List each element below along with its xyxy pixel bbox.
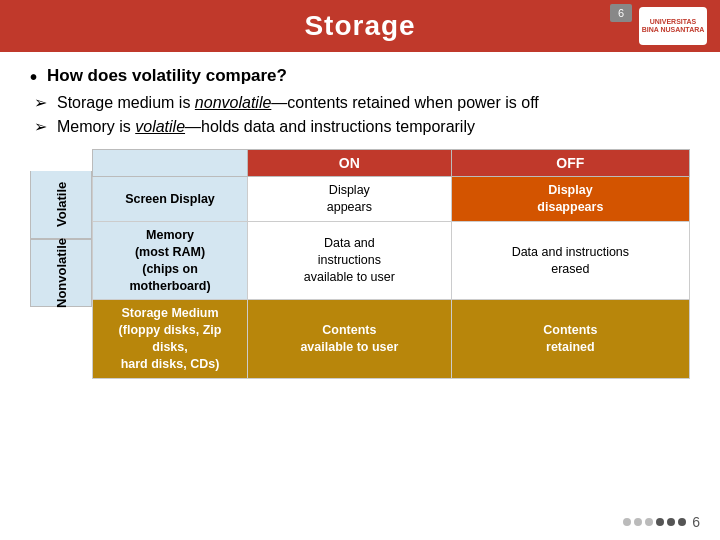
bottom-right-area: 6 <box>623 514 700 530</box>
row-label-memory: Memory(most RAM)(chips on motherboard) <box>93 221 248 300</box>
table-header-row: ON OFF <box>93 150 690 177</box>
th-off: OFF <box>451 150 689 177</box>
row-label-storage: Storage Medium(floppy disks, Zip disks,h… <box>93 300 248 379</box>
cell-memory-off: Data and instructionserased <box>451 221 689 300</box>
bullet-text-2: Memory is volatile—holds data and instru… <box>57 116 690 138</box>
deco-dot-1 <box>623 518 631 526</box>
cell-memory-on: Data andinstructionsavailable to user <box>248 221 452 300</box>
deco-dots <box>623 518 686 526</box>
arrow-icon-2: ➢ <box>34 117 47 136</box>
bullet-main: • How does volatility compare? <box>30 66 690 88</box>
table-wrapper: Volatile Nonvolatile ON OFF <box>30 145 690 379</box>
logo-box: UNIVERSITAS BINA NUSANTARA <box>639 7 707 45</box>
logo-text: UNIVERSITAS BINA NUSANTARA <box>642 18 705 35</box>
cell-screen-off: Displaydisappears <box>451 177 689 222</box>
slide-number-bottom: 6 <box>692 514 700 530</box>
bullet-dot: • <box>30 66 37 88</box>
bullet-text-1: Storage medium is nonvolatile—contents r… <box>57 92 690 114</box>
cell-screen-on: Displayappears <box>248 177 452 222</box>
deco-dot-2 <box>634 518 642 526</box>
header-bar: Storage UNIVERSITAS BINA NUSANTARA 6 <box>0 0 720 52</box>
slide: Storage UNIVERSITAS BINA NUSANTARA 6 • H… <box>0 0 720 540</box>
content-area: • How does volatility compare? ➢ Storage… <box>0 52 720 387</box>
slide-title: Storage <box>304 10 415 42</box>
side-label-volatile: Volatile <box>30 171 92 239</box>
bullet-item-2: ➢ Memory is volatile—holds data and inst… <box>30 116 690 138</box>
table-row-storage: Storage Medium(floppy disks, Zip disks,h… <box>93 300 690 379</box>
cell-storage-off: Contentsretained <box>451 300 689 379</box>
side-labels-col: Volatile Nonvolatile <box>30 145 92 379</box>
deco-dot-6 <box>678 518 686 526</box>
side-header-spacer <box>30 145 92 171</box>
deco-dot-4 <box>656 518 664 526</box>
arrow-icon-1: ➢ <box>34 93 47 112</box>
bullet-section: • How does volatility compare? ➢ Storage… <box>30 66 690 137</box>
main-table: ON OFF Screen Display Displayappears Dis… <box>92 149 690 379</box>
deco-dot-5 <box>667 518 675 526</box>
table-row-screen-display: Screen Display Displayappears Displaydis… <box>93 177 690 222</box>
row-label-screen: Screen Display <box>93 177 248 222</box>
th-on: ON <box>248 150 452 177</box>
cell-storage-on: Contentsavailable to user <box>248 300 452 379</box>
bullet-main-text: How does volatility compare? <box>47 66 287 86</box>
table-row-memory: Memory(most RAM)(chips on motherboard) D… <box>93 221 690 300</box>
side-label-nonvolatile: Nonvolatile <box>30 239 92 307</box>
deco-dot-3 <box>645 518 653 526</box>
slide-number-top: 6 <box>610 4 632 22</box>
th-label <box>93 150 248 177</box>
logo-area: UNIVERSITAS BINA NUSANTARA <box>638 6 708 46</box>
bullet-item-1: ➢ Storage medium is nonvolatile—contents… <box>30 92 690 114</box>
